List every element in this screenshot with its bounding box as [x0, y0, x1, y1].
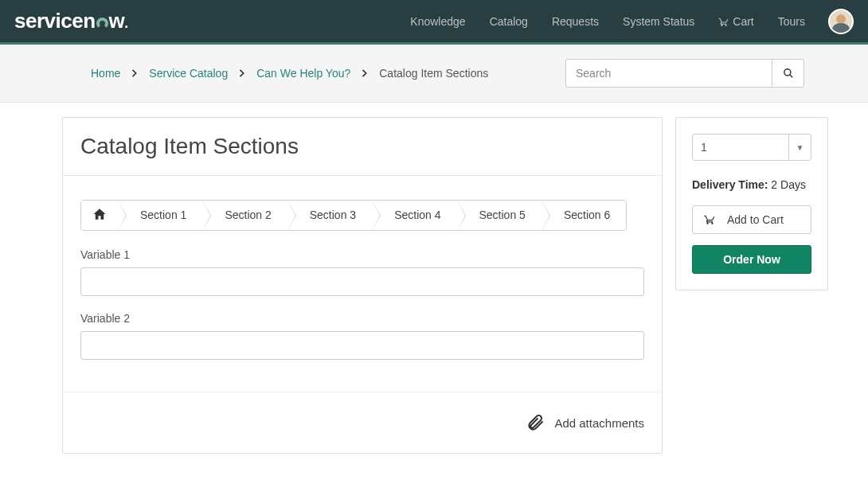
nav-requests[interactable]: Requests — [552, 15, 599, 28]
home-icon — [92, 207, 107, 221]
brand-text-pre: servicen — [14, 9, 96, 33]
section-tab-5[interactable]: Section 5 — [457, 201, 542, 230]
chevron-right-icon — [131, 69, 138, 77]
svg-line-1 — [789, 75, 792, 78]
search-input[interactable] — [565, 59, 772, 88]
nav-system-status[interactable]: System Status — [623, 15, 694, 28]
add-attachments-button[interactable]: Add attachments — [526, 413, 644, 432]
page-title: Catalog Item Sections — [80, 134, 644, 159]
order-now-button[interactable]: Order Now — [692, 245, 811, 274]
nav-tours[interactable]: Tours — [778, 15, 805, 28]
var1-label: Variable 1 — [80, 248, 644, 261]
brand-logo[interactable]: servicenw. — [14, 9, 128, 33]
nav-catalog[interactable]: Catalog — [490, 15, 528, 28]
section-tab-3[interactable]: Section 3 — [287, 201, 372, 230]
main: Catalog Item Sections Section 1 Section … — [0, 103, 868, 485]
chevron-right-icon — [362, 69, 368, 77]
nav-knowledge[interactable]: Knowledge — [410, 15, 465, 28]
avatar[interactable] — [828, 9, 854, 34]
section-tab-4[interactable]: Section 4 — [372, 201, 456, 230]
breadcrumb-current: Catalog Item Sections — [379, 67, 488, 80]
add-to-cart-label: Add to Cart — [727, 213, 784, 226]
chevron-down-icon: ▼ — [788, 135, 811, 160]
breadcrumb-bar: Home Service Catalog Can We Help You? Ca… — [0, 45, 868, 103]
order-now-label: Order Now — [723, 253, 780, 266]
nav-cart[interactable]: Cart — [718, 15, 753, 28]
search-wrap — [565, 59, 804, 88]
quantity-select[interactable]: 1 ▼ — [692, 134, 811, 161]
top-nav: servicenw. Knowledge Catalog Requests Sy… — [0, 0, 868, 45]
section-tab-6[interactable]: Section 6 — [542, 201, 626, 230]
brand-text-post: w — [109, 9, 125, 33]
section-tab-2[interactable]: Section 2 — [202, 201, 287, 230]
breadcrumb-home[interactable]: Home — [91, 67, 120, 80]
search-button[interactable] — [772, 59, 804, 88]
breadcrumb-service-catalog[interactable]: Service Catalog — [149, 67, 228, 80]
delivery-value: 2 Days — [771, 178, 806, 191]
form-group-var2: Variable 2 — [80, 312, 644, 360]
add-to-cart-button[interactable]: Add to Cart — [692, 205, 811, 234]
cart-icon — [718, 17, 729, 27]
brand-dot: . — [124, 15, 128, 32]
content-card: Catalog Item Sections Section 1 Section … — [62, 117, 663, 454]
cart-icon — [704, 214, 716, 225]
form-group-var1: Variable 1 — [80, 248, 644, 296]
section-tab-1[interactable]: Section 1 — [118, 201, 202, 230]
section-tabs: Section 1 Section 2 Section 3 Section 4 … — [80, 200, 627, 231]
nav-cart-label: Cart — [733, 15, 753, 28]
content-body: Section 1 Section 2 Section 3 Section 4 … — [63, 176, 662, 392]
svg-point-0 — [784, 69, 790, 76]
content-footer: Add attachments — [63, 392, 662, 453]
chevron-right-icon — [239, 69, 245, 77]
quantity-value: 1 — [693, 141, 788, 154]
search-icon — [783, 68, 794, 79]
var2-input[interactable] — [80, 331, 644, 360]
add-attachments-label: Add attachments — [554, 416, 644, 430]
var2-label: Variable 2 — [80, 312, 644, 325]
paperclip-icon — [526, 413, 545, 432]
order-sidebar: 1 ▼ Delivery Time: 2 Days Add to Cart Or… — [675, 117, 828, 290]
brand-o-icon — [96, 18, 108, 29]
delivery-time: Delivery Time: 2 Days — [692, 178, 811, 191]
breadcrumb-can-we-help[interactable]: Can We Help You? — [256, 67, 350, 80]
section-tab-home[interactable] — [81, 201, 118, 230]
breadcrumb: Home Service Catalog Can We Help You? Ca… — [91, 67, 565, 80]
delivery-label: Delivery Time: — [692, 178, 768, 191]
content-header: Catalog Item Sections — [63, 118, 662, 176]
var1-input[interactable] — [80, 267, 644, 296]
